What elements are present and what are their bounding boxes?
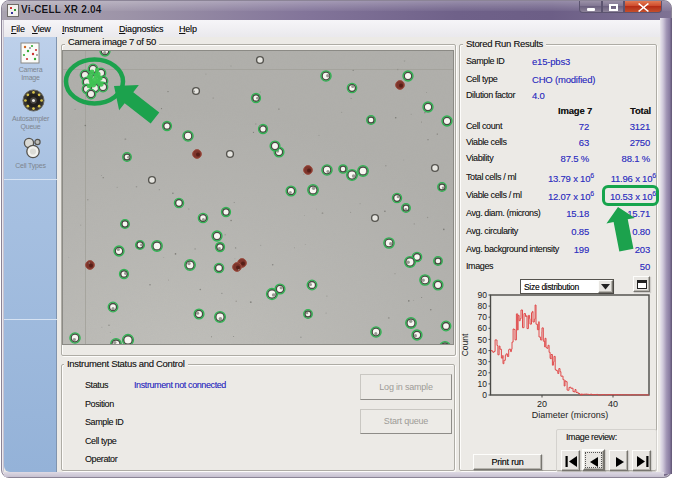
svg-text:20: 20 bbox=[537, 399, 547, 409]
svg-text:30: 30 bbox=[478, 357, 488, 367]
svg-text:60: 60 bbox=[478, 323, 488, 333]
svg-text:40: 40 bbox=[608, 399, 618, 409]
svg-text:50: 50 bbox=[478, 335, 488, 345]
svg-text:70: 70 bbox=[478, 312, 488, 322]
svg-text:90: 90 bbox=[478, 290, 488, 300]
svg-text:10: 10 bbox=[478, 379, 488, 389]
svg-text:Count: Count bbox=[460, 333, 470, 356]
svg-text:Diameter (microns): Diameter (microns) bbox=[532, 410, 609, 420]
svg-text:80: 80 bbox=[478, 301, 488, 311]
svg-text:40: 40 bbox=[478, 346, 488, 356]
svg-text:20: 20 bbox=[478, 368, 488, 378]
svg-text:0: 0 bbox=[482, 390, 487, 400]
